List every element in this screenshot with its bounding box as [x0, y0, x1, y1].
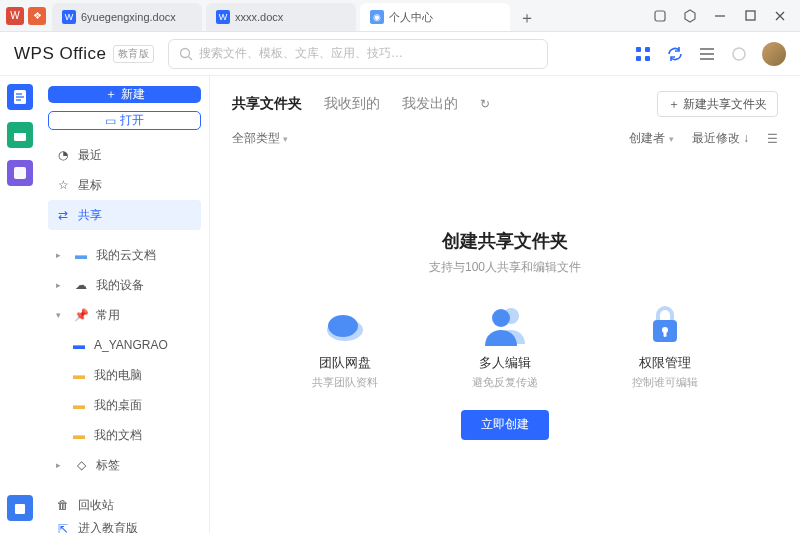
apps-icon[interactable] — [634, 45, 652, 63]
window-cube-icon[interactable] — [676, 2, 704, 30]
menu-icon[interactable] — [698, 45, 716, 63]
nav-mypc[interactable]: ▬我的电脑 — [48, 360, 201, 390]
svg-rect-7 — [636, 56, 641, 61]
rail-purple-icon[interactable] — [7, 160, 33, 186]
svg-point-22 — [328, 315, 358, 337]
tab-user-center[interactable]: ◉ 个人中心 — [360, 3, 510, 31]
brand-badge: 教育版 — [113, 45, 155, 63]
export-icon: ⇱ — [56, 522, 70, 534]
filter-creator[interactable]: 创建者 ▾ — [629, 130, 673, 147]
nav-trash[interactable]: 🗑回收站 — [48, 490, 201, 520]
titlebar: W ❖ W 6yuegengxing.docx W xxxx.docx ◉ 个人… — [0, 0, 800, 32]
doc-folder-icon: ▬ — [72, 428, 86, 442]
svg-line-4 — [189, 56, 193, 60]
nav-mydoc[interactable]: ▬我的文档 — [48, 420, 201, 450]
header-actions — [634, 42, 786, 66]
word-icon: W — [216, 10, 230, 24]
feature-cloud: 团队网盘 共享团队资料 — [300, 302, 390, 390]
new-button[interactable]: ＋新建 — [48, 86, 201, 103]
avatar[interactable] — [762, 42, 786, 66]
filter-modified[interactable]: 最近修改 ↓ — [692, 130, 749, 147]
nav-star[interactable]: ☆星标 — [48, 170, 201, 200]
settings-icon[interactable] — [730, 45, 748, 63]
refresh-icon[interactable]: ↻ — [480, 97, 490, 111]
folder-icon: ▬ — [72, 338, 86, 352]
nav-cloud[interactable]: ▸▬我的云文档 — [48, 240, 201, 270]
maximize-button[interactable] — [736, 2, 764, 30]
tab-label: 6yuegengxing.docx — [81, 11, 176, 23]
nav-mydesktop[interactable]: ▬我的桌面 — [48, 390, 201, 420]
nav-share[interactable]: ⇄共享 — [48, 200, 201, 230]
header: WPS Office 教育版 搜索文件、模板、文库、应用、技巧… — [0, 32, 800, 76]
search-input[interactable]: 搜索文件、模板、文库、应用、技巧… — [168, 39, 548, 69]
feature-row: 团队网盘 共享团队资料 多人编辑 避免反复传递 权限管理 控制谁可编辑 — [300, 302, 710, 390]
svg-point-3 — [181, 48, 190, 57]
clock-icon: ◔ — [56, 148, 70, 162]
cloud-illustration-icon — [321, 302, 369, 346]
search-placeholder: 搜索文件、模板、文库、应用、技巧… — [199, 45, 403, 62]
content-tabs: 共享文件夹 我收到的 我发出的 ↻ ＋新建共享文件夹 — [232, 88, 778, 120]
main: ＋新建 ▭打开 ◔最近 ☆星标 ⇄共享 ▸▬我的云文档 ▸☁我的设备 ▾📌常用 … — [0, 76, 800, 533]
user-icon: ◉ — [370, 10, 384, 24]
trash-icon: 🗑 — [56, 498, 70, 512]
window-app-icon[interactable] — [646, 2, 674, 30]
nav-list: ◔最近 ☆星标 ⇄共享 ▸▬我的云文档 ▸☁我的设备 ▾📌常用 ▬A_YANGR… — [48, 140, 201, 520]
empty-subtitle: 支持与100人共享和编辑文件 — [429, 259, 581, 276]
desktop-icon: ▬ — [72, 398, 86, 412]
pc-icon: ▬ — [72, 368, 86, 382]
pdf-app-icon[interactable]: ❖ — [28, 7, 46, 25]
empty-title: 创建共享文件夹 — [442, 229, 568, 253]
pin-icon: 📌 — [74, 308, 88, 322]
minimize-button[interactable] — [706, 2, 734, 30]
star-icon: ☆ — [56, 178, 70, 192]
svg-rect-18 — [14, 130, 26, 133]
rail-calendar-icon[interactable] — [7, 122, 33, 148]
lock-illustration-icon — [641, 302, 689, 346]
search-icon — [179, 47, 193, 61]
close-button[interactable] — [766, 2, 794, 30]
nav-common[interactable]: ▾📌常用 — [48, 300, 201, 330]
open-button[interactable]: ▭打开 — [48, 111, 201, 130]
tab-add-button[interactable]: ＋ — [514, 5, 540, 31]
people-illustration-icon — [481, 302, 529, 346]
svg-rect-20 — [15, 504, 25, 514]
new-shared-folder-button[interactable]: ＋新建共享文件夹 — [657, 91, 778, 117]
sidebar: ＋新建 ▭打开 ◔最近 ☆星标 ⇄共享 ▸▬我的云文档 ▸☁我的设备 ▾📌常用 … — [40, 76, 210, 533]
svg-rect-0 — [655, 11, 665, 21]
chevron-right-icon: ▸ — [56, 250, 66, 260]
plus-icon: ＋ — [668, 96, 680, 113]
document-tabs: W 6yuegengxing.docx W xxxx.docx ◉ 个人中心 ＋ — [52, 0, 646, 31]
sync-icon[interactable] — [666, 45, 684, 63]
feature-permission: 权限管理 控制谁可编辑 — [620, 302, 710, 390]
content: 共享文件夹 我收到的 我发出的 ↻ ＋新建共享文件夹 全部类型 ▾ 创建者 ▾ … — [210, 76, 800, 533]
create-now-button[interactable]: 立即创建 — [461, 410, 549, 440]
tab-shared-folder[interactable]: 共享文件夹 — [232, 95, 302, 113]
tab-label: xxxx.docx — [235, 11, 283, 23]
nav-ayangrao[interactable]: ▬A_YANGRAO — [48, 330, 201, 360]
nav-devices[interactable]: ▸☁我的设备 — [48, 270, 201, 300]
rail-bottom-icon[interactable] — [7, 495, 33, 521]
view-toggle-icon[interactable]: ☰ — [767, 132, 778, 146]
filter-type[interactable]: 全部类型 ▾ — [232, 130, 288, 147]
wps-app-icon[interactable]: W — [6, 7, 24, 25]
window-controls — [646, 2, 800, 30]
tab-document-1[interactable]: W xxxx.docx — [206, 3, 356, 31]
feature-collab: 多人编辑 避免反复传递 — [460, 302, 550, 390]
tab-sent[interactable]: 我发出的 — [402, 95, 458, 113]
tag-icon: ◇ — [74, 458, 88, 472]
svg-rect-2 — [746, 11, 755, 20]
nav-tags[interactable]: ▸◇标签 — [48, 450, 201, 480]
plus-icon: ＋ — [105, 86, 117, 103]
brand: WPS Office 教育版 — [14, 44, 154, 64]
chevron-down-icon: ▾ — [56, 310, 66, 320]
tab-document-0[interactable]: W 6yuegengxing.docx — [52, 3, 202, 31]
rail-doc-icon[interactable] — [7, 84, 33, 110]
chevron-right-icon: ▸ — [56, 460, 66, 470]
tab-received[interactable]: 我收到的 — [324, 95, 380, 113]
nav-recent[interactable]: ◔最近 — [48, 140, 201, 170]
cloud-icon: ☁ — [74, 278, 88, 292]
svg-point-24 — [492, 309, 510, 327]
enter-edu-button[interactable]: ⇱进入教育版 — [48, 520, 201, 533]
left-rail — [0, 76, 40, 533]
svg-rect-8 — [645, 56, 650, 61]
